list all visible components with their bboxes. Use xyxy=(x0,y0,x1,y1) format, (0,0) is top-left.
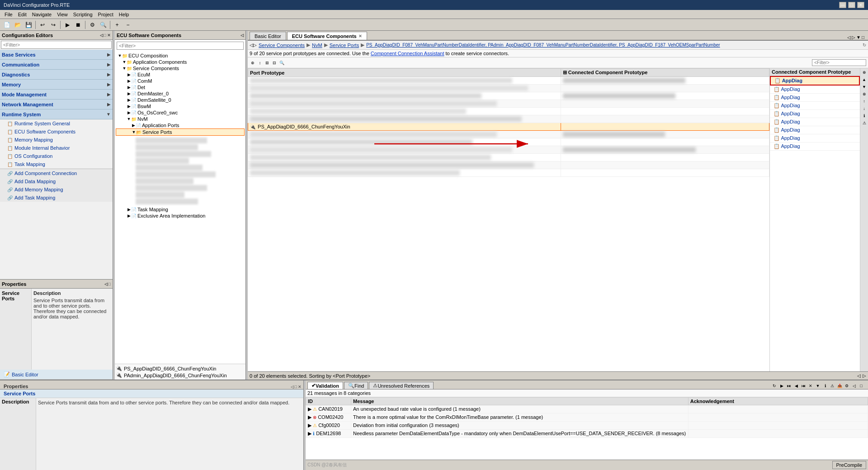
msg-row-1[interactable]: ▶ ⊗ COM02420 There is a more optimal val… xyxy=(306,413,868,422)
tree-toggle-10[interactable]: ▼ xyxy=(127,117,131,121)
msg-row-0[interactable]: ▶ ⚠ CAN02019 An unexpected baud rate val… xyxy=(306,405,868,413)
nav-category-runtime-system[interactable]: Runtime System ▼ xyxy=(0,109,113,119)
val-btn-filter[interactable]: ▼ xyxy=(815,383,821,389)
props-panel-close[interactable]: ✕ xyxy=(298,385,302,389)
tree-min-btn[interactable]: ◁ xyxy=(241,33,244,38)
editor-btn-5[interactable]: 🔍 xyxy=(278,60,285,66)
tree-toggle-0[interactable]: ▼ xyxy=(118,53,122,58)
editor-btn-1[interactable]: ⊕ xyxy=(250,60,256,66)
tab-menu-btn[interactable]: ▼ xyxy=(856,35,861,40)
nav-category-diagnostics[interactable]: Diagnostics ▶ xyxy=(0,70,113,80)
tree-node-ecum[interactable]: ▶ 📄 EcuM xyxy=(116,71,245,78)
nav-item-add-memory[interactable]: 🔗 Add Memory Mapping xyxy=(0,185,113,194)
props-max-btn[interactable]: □ xyxy=(108,282,111,286)
tab-find[interactable]: 🔍 Find xyxy=(344,382,368,389)
connected-item-0[interactable]: 📋 AppDiag xyxy=(770,76,860,85)
toolbar-stop[interactable]: ⏹ xyxy=(73,20,83,30)
tab-maximize-btn[interactable]: □ xyxy=(862,35,864,40)
toolbar-settings[interactable]: ⚙ xyxy=(87,20,97,30)
tree-node-service-components[interactable]: ▼ 📁 Service Components xyxy=(116,65,245,71)
connected-item-1[interactable]: 📋 AppDiag xyxy=(770,85,860,94)
val-btn-clear[interactable]: ✕ xyxy=(807,383,814,389)
tree-toggle-2[interactable]: ▼ xyxy=(122,66,127,71)
side-btn-4[interactable]: ⊗ xyxy=(861,91,868,97)
tree-node-det[interactable]: ▶ 📄 Det xyxy=(116,84,245,90)
table-row[interactable] xyxy=(248,77,769,85)
breadcrumb-ports-list[interactable]: PS_AppDiagDID_F087_VehManuPartNumberData… xyxy=(366,43,720,47)
expand-icon-2[interactable]: ▶ xyxy=(308,423,311,428)
editor-btn-4[interactable]: ⊟ xyxy=(271,60,278,66)
menu-view[interactable]: View xyxy=(54,11,71,18)
scroll-right-btn[interactable]: ▷ xyxy=(863,373,866,378)
nav-category-base-services[interactable]: Base Services ▶ xyxy=(0,50,113,60)
panel-close-btn[interactable]: ✕ xyxy=(107,33,111,38)
menu-help[interactable]: Help xyxy=(116,11,132,18)
tree-node-app-components[interactable]: ▼ 📁 Application Components xyxy=(116,59,245,65)
tree-toggle-1[interactable]: ▼ xyxy=(122,60,127,64)
tree-node-nvm[interactable]: ▼ 📁 NvM xyxy=(116,116,245,122)
toolbar-open[interactable]: 📂 xyxy=(13,20,23,30)
tree-toggle-6[interactable]: ▶ xyxy=(127,91,131,96)
tab-ecu-close[interactable]: ✕ xyxy=(359,34,362,38)
val-btn-2[interactable]: ▶ xyxy=(778,383,785,389)
expand-icon-3[interactable]: ▶ xyxy=(308,431,311,436)
menu-edit[interactable]: Edit xyxy=(15,11,29,18)
breadcrumb-expand-btn[interactable]: ↻ xyxy=(863,43,866,47)
breadcrumb-service-components[interactable]: Service Components xyxy=(259,43,305,48)
toolbar-new[interactable]: 📄 xyxy=(2,20,12,30)
nav-item-os-config[interactable]: 📋 OS Configuration xyxy=(0,152,113,160)
breadcrumb-nvm[interactable]: NvM xyxy=(312,43,322,48)
nav-category-communication[interactable]: Communication ▶ xyxy=(0,60,113,70)
side-btn-2[interactable]: ▲ xyxy=(861,76,868,83)
highlighted-port-row[interactable]: 🔌 PS_AppDiagDID_6666_ChunFengYouXin xyxy=(248,123,769,131)
tree-node-bswm[interactable]: ▶ 📄 BswM xyxy=(116,103,245,109)
menu-scripting[interactable]: Scripting xyxy=(71,11,95,18)
editor-btn-2[interactable]: ↕ xyxy=(257,60,263,66)
tree-node-os-core[interactable]: ▶ 📄 Os_OsCore0_swc xyxy=(116,109,245,116)
tree-node-dem-satellite[interactable]: ▶ 📄 DemSatellite_0 xyxy=(116,97,245,103)
table-row[interactable] xyxy=(248,100,769,108)
nav-item-ecu-software[interactable]: 📋 ECU Software Components xyxy=(0,128,113,136)
props-min-btn[interactable]: ◁ xyxy=(104,282,108,286)
table-row[interactable] xyxy=(248,131,769,138)
val-btn-3[interactable]: ⏭ xyxy=(786,383,792,389)
tree-toggle-7[interactable]: ▶ xyxy=(127,98,131,102)
table-row[interactable] xyxy=(248,146,769,154)
table-row[interactable] xyxy=(248,161,769,169)
val-btn-5[interactable]: ⏮ xyxy=(800,383,807,389)
nav-item-add-component[interactable]: 🔗 Add Component Connection xyxy=(0,169,113,177)
nav-item-runtime-general[interactable]: 📋 Runtime System General xyxy=(0,119,113,128)
msg-row-2[interactable]: ▶ ⚠ Cfg00020 Deviation from initial conf… xyxy=(306,422,868,430)
tree-toggle-5[interactable]: ▶ xyxy=(127,85,131,90)
toolbar-zoom-in[interactable]: + xyxy=(112,20,122,30)
props-panel-max[interactable]: □ xyxy=(295,385,297,389)
table-row[interactable] xyxy=(248,92,769,100)
tree-toggle-8[interactable]: ▶ xyxy=(127,104,131,109)
nav-item-module-internal[interactable]: 📋 Module Internal Behavior xyxy=(0,144,113,152)
side-btn-3[interactable]: ▼ xyxy=(861,84,868,90)
table-row[interactable] xyxy=(248,154,769,161)
val-btn-1[interactable]: ↻ xyxy=(771,383,778,389)
close-btn[interactable]: ✕ xyxy=(857,2,864,8)
table-row[interactable] xyxy=(248,108,769,115)
tree-node-ecu-composition[interactable]: ▼ 📁 ECU Composition xyxy=(116,52,245,59)
side-btn-8[interactable]: ⚠ xyxy=(861,120,868,126)
side-btn-5[interactable]: ↑ xyxy=(861,98,868,104)
left-filter-input[interactable] xyxy=(1,41,112,49)
expand-icon-0[interactable]: ▶ xyxy=(308,406,311,412)
tree-toggle-12[interactable]: ▼ xyxy=(132,130,136,134)
port-filter-input[interactable] xyxy=(812,59,866,66)
connected-item-3[interactable]: 📋 AppDiag xyxy=(770,102,860,110)
toolbar-zoom-out[interactable]: − xyxy=(123,20,133,30)
scroll-left-btn[interactable]: ◁ xyxy=(857,373,861,378)
connected-item-8[interactable]: 📋 AppDiag xyxy=(770,142,860,151)
side-btn-6[interactable]: ↓ xyxy=(861,105,868,112)
val-btn-4[interactable]: ◀ xyxy=(793,383,799,389)
val-min-btn[interactable]: ◁ xyxy=(851,383,857,389)
maximize-btn[interactable]: □ xyxy=(848,2,855,8)
val-btn-warn[interactable]: ⚠ xyxy=(829,383,835,389)
editor-btn-3[interactable]: ⊞ xyxy=(264,60,270,66)
tab-basic-editor[interactable]: Basic Editor xyxy=(250,32,286,40)
tree-node-app-ports[interactable]: ▶ 📄 Application Ports xyxy=(116,122,245,128)
tab-left-arrow[interactable]: ◁ xyxy=(847,35,851,40)
